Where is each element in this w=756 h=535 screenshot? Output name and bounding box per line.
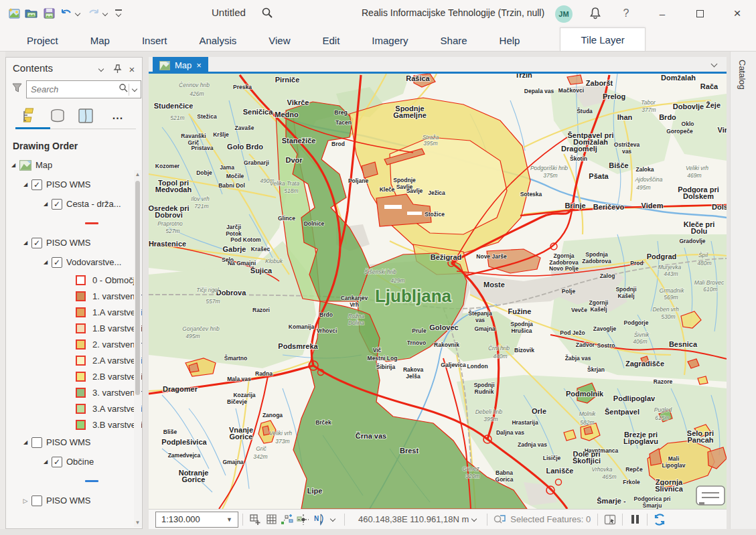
layer-visibility-checkbox[interactable]: ✓ <box>52 457 62 467</box>
layer-row[interactable]: ◢✓Občine <box>6 452 142 471</box>
layer-visibility-checkbox[interactable]: ✓ <box>31 238 42 248</box>
line-symbol-row[interactable] <box>6 471 142 491</box>
list-by-selection-icon[interactable] <box>76 106 96 126</box>
ribbon-tab-insert[interactable]: Insert <box>126 30 183 51</box>
help-button[interactable]: ? <box>611 0 641 27</box>
expander-icon[interactable]: ◢ <box>22 439 29 445</box>
contents-scrollbar[interactable]: ▲ ▼ <box>134 170 141 527</box>
north-options-chevron-icon[interactable] <box>330 516 336 522</box>
map-canvas[interactable]: PirničePreskaČerinov hrib426mStudenčice5… <box>149 74 727 509</box>
map-row[interactable]: ◢Map <box>6 155 142 175</box>
open-project-icon[interactable] <box>23 5 40 22</box>
north-arrow-icon[interactable]: N <box>311 512 327 527</box>
edit-vertices-icon[interactable] <box>279 512 295 527</box>
layer-label: Cesta - drža... <box>66 199 121 209</box>
legend-item[interactable]: 3.B varstveni <box>6 416 142 433</box>
ribbon-tab-analysis[interactable]: Analysis <box>183 30 252 51</box>
panel-menu-chevron-icon[interactable] <box>95 64 107 74</box>
redo-dropdown-icon[interactable] <box>102 11 108 17</box>
layer-visibility-checkbox[interactable] <box>31 495 42 506</box>
coordinates-chevron-icon[interactable] <box>471 516 477 522</box>
undo-button[interactable] <box>58 5 75 22</box>
map-label: Breg <box>334 109 347 116</box>
expander-icon[interactable]: ▷ <box>22 498 29 504</box>
search-options-chevron-icon[interactable] <box>132 86 138 92</box>
customize-quick-access-icon[interactable] <box>115 9 122 17</box>
line-symbol-row[interactable] <box>6 214 142 233</box>
ribbon-tab-edit[interactable]: Edit <box>307 30 356 51</box>
coordinates-readout[interactable]: 460.148,38E 110.961,18N m <box>358 514 469 524</box>
pin-icon[interactable] <box>111 64 123 74</box>
line-symbol[interactable] <box>85 222 98 224</box>
map-label: Bizovik <box>514 347 534 354</box>
group-row[interactable]: ◢✓PISO WMS <box>6 175 142 194</box>
search-magnifier-icon[interactable] <box>119 83 129 96</box>
close-button[interactable]: × <box>722 0 753 27</box>
expander-icon[interactable]: ◢ <box>42 201 49 207</box>
map-label: Babni Dol <box>218 182 245 189</box>
search-input[interactable] <box>27 84 119 94</box>
legend-item[interactable]: 2.A varstveni <box>6 352 142 368</box>
legend-item[interactable]: 3.A varstveni <box>6 400 142 416</box>
view-tabs-chevron-icon[interactable] <box>711 61 717 67</box>
map-tab-close-icon[interactable]: × <box>196 60 202 70</box>
map-attribution-button[interactable] <box>696 486 725 505</box>
line-symbol[interactable] <box>85 480 98 482</box>
grid-icon[interactable] <box>263 512 279 527</box>
filter-icon[interactable] <box>11 82 23 96</box>
expander-icon[interactable]: ◢ <box>22 181 29 187</box>
legend-item[interactable]: 1.B varstveni <box>6 320 142 336</box>
group-row[interactable]: ◢✓PISO WMS <box>6 233 142 252</box>
maximize-button[interactable] <box>684 0 715 27</box>
layer-row[interactable]: ◢✓Cesta - drža... <box>6 194 142 214</box>
scale-combobox[interactable]: 1:130.000 ▼ <box>155 512 238 528</box>
ribbon-tab-map[interactable]: Map <box>74 30 126 51</box>
notifications-bell-icon[interactable] <box>589 7 601 22</box>
more-options-button[interactable]: ... <box>108 106 128 126</box>
legend-item[interactable]: 3. varstveni re <box>6 384 142 400</box>
ribbon-tab-help[interactable]: Help <box>483 30 536 51</box>
layer-visibility-checkbox[interactable]: ✓ <box>52 257 62 268</box>
panel-close-icon[interactable]: × <box>126 64 138 74</box>
new-project-icon[interactable] <box>5 5 23 22</box>
layer-visibility-checkbox[interactable]: ✓ <box>52 199 62 210</box>
list-by-drawing-order-icon[interactable] <box>19 106 40 126</box>
layer-row[interactable]: ◢✓Vodovarstve... <box>6 252 142 272</box>
legend-item[interactable]: 2. varstveni re <box>6 336 142 352</box>
layer-visibility-checkbox[interactable]: ✓ <box>31 179 42 190</box>
expander-icon[interactable]: ◢ <box>42 259 49 265</box>
minimize-button[interactable]: – <box>647 0 678 27</box>
map-label: Oklo <box>682 121 694 127</box>
select-features-icon[interactable] <box>602 512 618 527</box>
refresh-icon[interactable] <box>652 512 668 527</box>
ribbon-tab-imagery[interactable]: Imagery <box>356 30 424 51</box>
legend-item[interactable]: 1. varstveni re <box>6 288 142 304</box>
new-map-grid-icon[interactable] <box>247 512 263 527</box>
ribbon-tab-project[interactable]: Project <box>11 30 74 51</box>
legend-item[interactable]: 2.B varstveni <box>6 368 142 384</box>
expander-icon[interactable]: ◢ <box>42 459 49 465</box>
map-label: Moste <box>483 281 505 289</box>
avatar[interactable]: JM <box>555 5 573 23</box>
expander-icon[interactable]: ◢ <box>10 162 17 168</box>
legend-item[interactable]: 0 - Območje z <box>6 272 142 288</box>
list-by-data-source-icon[interactable] <box>48 106 68 126</box>
ribbon-tab-view[interactable]: View <box>252 30 306 51</box>
save-project-icon[interactable] <box>40 5 58 22</box>
map-label: Kozarija <box>233 392 255 398</box>
snapping-icon[interactable] <box>295 512 311 527</box>
undo-dropdown-icon[interactable] <box>75 11 81 17</box>
search-icon[interactable] <box>261 7 273 21</box>
legend-item[interactable]: 1.A varstveni <box>6 304 142 320</box>
catalog-dock-tab[interactable]: Catalog <box>737 60 747 90</box>
legend-swatch <box>76 372 86 382</box>
group-row[interactable]: ◢PISO WMS <box>6 433 142 452</box>
redo-button[interactable] <box>85 5 102 22</box>
group-row[interactable]: ▷PISO WMS <box>6 491 142 510</box>
expander-icon[interactable]: ◢ <box>22 240 29 246</box>
layer-visibility-checkbox[interactable] <box>31 437 42 448</box>
zoom-to-selection-icon[interactable] <box>492 512 508 527</box>
pause-drawing-icon[interactable] <box>627 512 643 527</box>
ribbon-tab-share[interactable]: Share <box>425 30 483 51</box>
ribbon-tab-tile-layer[interactable]: Tile Layer <box>560 27 645 51</box>
